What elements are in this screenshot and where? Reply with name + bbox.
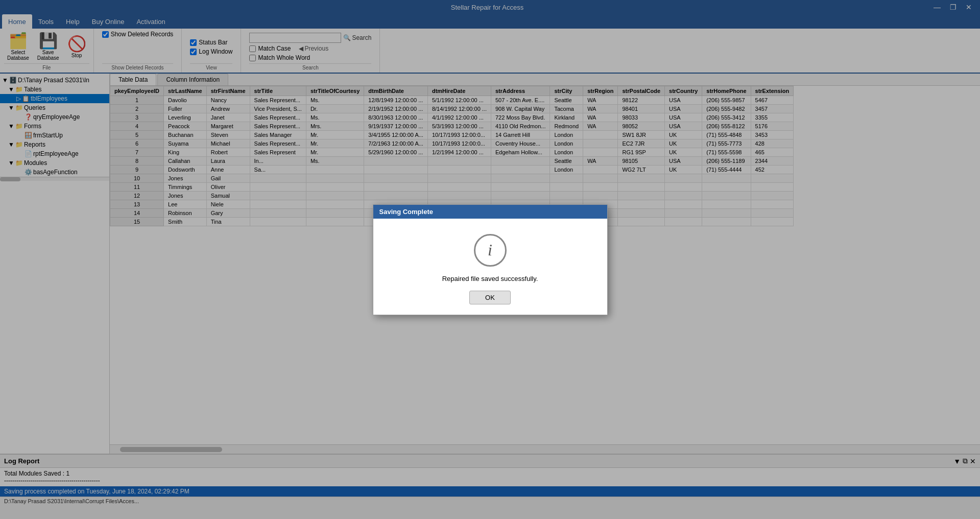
dialog-message: Repaired file saved successfully.	[442, 275, 538, 282]
dialog-title-bar: Saving Complete	[373, 205, 607, 219]
saving-complete-dialog: Saving Complete i Repaired file saved su…	[373, 204, 608, 315]
dialog-overlay: Saving Complete i Repaired file saved su…	[0, 0, 980, 519]
dialog-ok-button[interactable]: OK	[469, 291, 511, 304]
dialog-body: i Repaired file saved successfully. OK	[373, 219, 607, 315]
dialog-title: Saving Complete	[379, 208, 433, 216]
dialog-info-icon: i	[474, 234, 507, 267]
